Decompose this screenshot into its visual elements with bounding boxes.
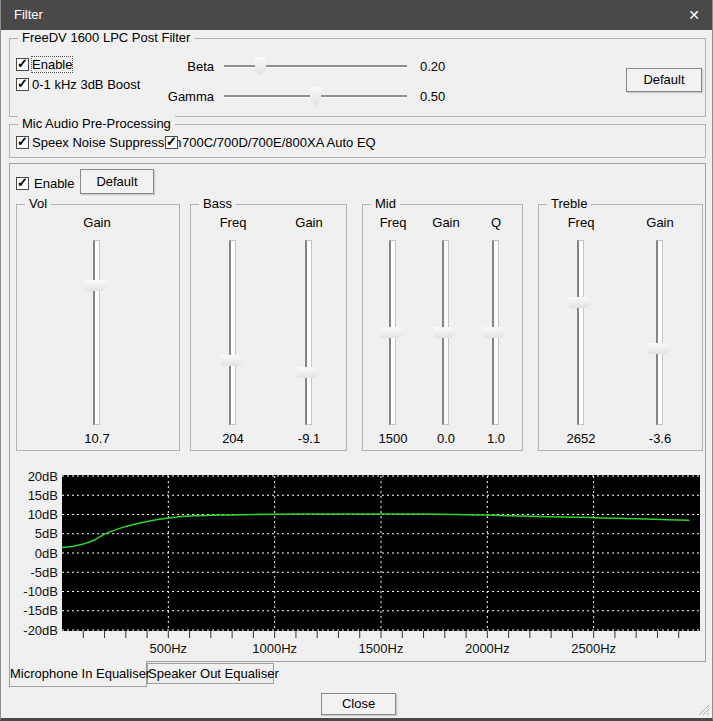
tab-speaker-out-equaliser[interactable]: Speaker Out Equaliser xyxy=(147,663,274,684)
y-axis-tick-label: 0dB xyxy=(35,546,58,561)
gamma-slider-thumb[interactable] xyxy=(310,87,321,106)
bass-freq-slider-thumb[interactable] xyxy=(221,355,245,366)
autoeq-label[interactable]: 700C/700D/700E/800XA Auto EQ xyxy=(182,135,376,150)
check-icon: ✓ xyxy=(17,175,28,190)
resize-grip-icon[interactable] xyxy=(696,702,710,716)
post-filter-default-button[interactable]: Default xyxy=(626,68,702,92)
x-axis-tick-label: 1000Hz xyxy=(252,641,297,656)
check-icon: ✓ xyxy=(17,134,28,149)
y-axis-tick-label: 20dB xyxy=(28,469,58,484)
eq-group-mid: MidFreq1500Gain0.0Q1.0 xyxy=(362,204,523,451)
bass-gain-slider-track[interactable] xyxy=(305,240,312,425)
preprocessing-group: Mic Audio Pre-Processing ✓ Speex Noise S… xyxy=(9,124,706,158)
boost-checkbox[interactable]: ✓ xyxy=(16,78,29,91)
bass-gain-value: -9.1 xyxy=(274,431,344,446)
titlebar: Filter ✕ xyxy=(1,0,712,30)
equaliser-panel: ✓ Enable Default VolGain10.7BassFreq204G… xyxy=(9,163,706,662)
mid-q-value: 1.0 xyxy=(461,431,531,446)
mid-gain-slider-thumb[interactable] xyxy=(434,327,458,338)
equaliser-default-button[interactable]: Default xyxy=(80,169,154,194)
speex-label[interactable]: Speex Noise Suppression xyxy=(32,135,182,150)
bass-gain-label: Gain xyxy=(274,215,344,230)
close-icon[interactable]: ✕ xyxy=(676,0,712,30)
bass-freq-label: Freq xyxy=(198,215,268,230)
treble-gain-slider-thumb[interactable] xyxy=(648,343,672,354)
eq-group-bass-title: Bass xyxy=(199,196,236,211)
eq-group-treble: TrebleFreq2652Gain-3.6 xyxy=(538,204,703,451)
vol-gain-slider-track[interactable] xyxy=(93,240,100,425)
gamma-label: Gamma xyxy=(130,89,214,104)
x-axis-tick-label: 2500Hz xyxy=(571,641,616,656)
post-filter-group: FreeDV 1600 LPC Post Filter ✓ Enable ✓ 0… xyxy=(9,38,706,117)
close-button[interactable]: Close xyxy=(321,693,396,715)
eq-group-mid-title: Mid xyxy=(371,196,400,211)
boost-label[interactable]: 0-1 kHz 3dB Boost xyxy=(32,77,140,92)
vol-gain-value: 10.7 xyxy=(62,431,132,446)
y-axis-tick-label: -10dB xyxy=(23,584,58,599)
bass-gain-slider-thumb[interactable] xyxy=(297,367,321,378)
check-icon: ✓ xyxy=(17,76,28,91)
beta-slider-track[interactable] xyxy=(224,65,407,67)
tab-microphone-in-equaliser[interactable]: Microphone In Equaliser xyxy=(9,661,147,687)
y-axis-tick-label: -5dB xyxy=(31,565,58,580)
treble-gain-value: -3.6 xyxy=(625,431,695,446)
bass-freq-slider-track[interactable] xyxy=(229,240,236,425)
post-filter-enable-checkbox[interactable]: ✓ xyxy=(16,58,29,71)
preprocessing-group-title: Mic Audio Pre-Processing xyxy=(18,116,175,131)
mid-q-slider-thumb[interactable] xyxy=(484,327,508,338)
beta-label: Beta xyxy=(130,59,214,74)
vol-gain-label: Gain xyxy=(62,215,132,230)
eq-group-treble-title: Treble xyxy=(547,196,591,211)
x-axis-tick-label: 1500Hz xyxy=(359,641,404,656)
equaliser-enable-checkbox[interactable]: ✓ xyxy=(16,177,29,190)
y-axis-tick-label: -15dB xyxy=(23,603,58,618)
eq-group-vol-title: Vol xyxy=(25,196,51,211)
treble-gain-slider-track[interactable] xyxy=(656,240,663,425)
check-icon: ✓ xyxy=(17,56,28,71)
bass-freq-value: 204 xyxy=(198,431,268,446)
y-axis-tick-label: 5dB xyxy=(35,526,58,541)
eq-group-vol: VolGain10.7 xyxy=(16,204,180,451)
speex-checkbox[interactable]: ✓ xyxy=(16,136,29,149)
y-axis-tick-label: -20dB xyxy=(23,623,58,638)
frequency-response-chart: 20dB15dB10dB5dB0dB-5dB-10dB-15dB-20dB500… xyxy=(10,463,705,661)
autoeq-checkbox[interactable]: ✓ xyxy=(165,136,178,149)
treble-freq-slider-thumb[interactable] xyxy=(569,297,593,308)
y-axis-tick-label: 15dB xyxy=(28,488,58,503)
treble-freq-label: Freq xyxy=(546,215,616,230)
post-filter-enable-label[interactable]: Enable xyxy=(32,57,72,72)
vol-gain-slider-thumb[interactable] xyxy=(85,280,109,291)
check-icon: ✓ xyxy=(166,134,177,149)
eq-group-bass: BassFreq204Gain-9.1 xyxy=(190,204,347,451)
mid-q-label: Q xyxy=(461,215,531,230)
y-axis-tick-label: 10dB xyxy=(28,507,58,522)
x-axis-tick-label: 2000Hz xyxy=(465,641,510,656)
beta-value: 0.20 xyxy=(420,59,445,74)
treble-freq-slider-track[interactable] xyxy=(577,240,584,425)
gamma-value: 0.50 xyxy=(420,89,445,104)
filter-dialog: Filter ✕ FreeDV 1600 LPC Post Filter ✓ E… xyxy=(0,0,713,721)
window-title: Filter xyxy=(14,0,43,30)
mid-freq-slider-thumb[interactable] xyxy=(381,327,405,338)
treble-gain-label: Gain xyxy=(625,215,695,230)
equaliser-enable-label[interactable]: Enable xyxy=(34,176,74,191)
post-filter-group-title: FreeDV 1600 LPC Post Filter xyxy=(18,30,194,45)
x-axis-tick-label: 500Hz xyxy=(150,641,188,656)
treble-freq-value: 2652 xyxy=(546,431,616,446)
beta-slider-thumb[interactable] xyxy=(255,57,266,76)
